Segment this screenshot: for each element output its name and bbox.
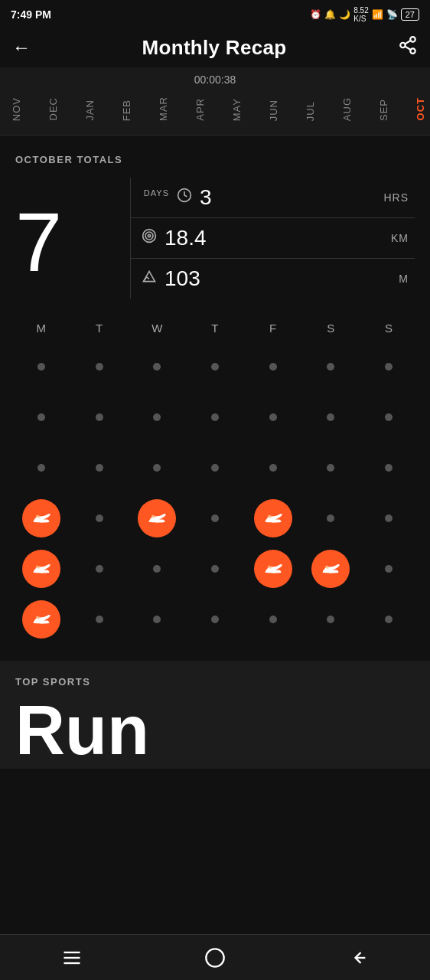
cal-cell	[192, 495, 238, 541]
cal-cell[interactable]	[250, 495, 296, 541]
status-icons: ⏰ 🔔 🌙 8.52K/S 📶 📡 27	[310, 6, 419, 23]
moon-icon: 🌙	[339, 9, 350, 20]
cal-activity-icon[interactable]	[138, 499, 176, 537]
month-item-aug[interactable]: AUG	[338, 93, 375, 126]
cal-dot	[385, 565, 393, 573]
cal-day-label-t: T	[192, 322, 238, 335]
month-item-apr[interactable]: APR	[191, 93, 228, 126]
distance-value: 18.4	[165, 226, 207, 250]
alarm-icon: ⏰	[310, 9, 321, 20]
cal-cell[interactable]	[250, 546, 296, 592]
cal-dot	[211, 464, 219, 472]
calendar-grid	[12, 344, 418, 642]
back-nav-button[interactable]	[335, 935, 381, 981]
cal-dot	[153, 616, 161, 623]
cal-week-2	[12, 445, 418, 491]
cal-cell	[250, 596, 296, 642]
cal-activity-icon[interactable]	[254, 499, 292, 537]
hours-unit: HRS	[383, 191, 409, 204]
bottom-nav	[0, 934, 430, 980]
month-item-jun[interactable]: JUN	[265, 95, 301, 126]
cal-cell	[18, 394, 64, 440]
cal-cell	[134, 596, 180, 642]
days-label: DAYS	[142, 185, 169, 198]
totals-grid: 7 DAYS 3 HRS	[15, 178, 415, 299]
stat-row-elevation: 103 M	[131, 259, 415, 299]
cal-week-5	[12, 596, 418, 642]
svg-point-13	[206, 949, 223, 966]
cal-week-3	[12, 495, 418, 541]
cal-activity-icon[interactable]	[254, 550, 292, 588]
month-item-jan[interactable]: JAN	[81, 95, 118, 126]
month-item-nov[interactable]: NOV	[8, 93, 44, 126]
cal-activity-icon[interactable]	[22, 600, 60, 639]
totals-label: OCTOBER TOTALS	[15, 154, 415, 165]
cal-week-4	[12, 546, 418, 592]
cal-cell	[77, 344, 122, 390]
month-item-mar[interactable]: MAR	[155, 92, 191, 126]
cal-cell	[308, 495, 353, 541]
clock-icon	[177, 188, 192, 207]
cal-activity-icon[interactable]	[311, 550, 350, 588]
cal-cell	[308, 394, 353, 440]
home-button[interactable]	[192, 935, 238, 981]
cal-cell	[366, 495, 412, 541]
top-sports-section: TOP SPORTS Run	[0, 661, 430, 769]
cal-dot	[269, 413, 277, 421]
calendar-section: MTWTFSS	[0, 306, 430, 658]
month-item-oct[interactable]: OCT	[412, 93, 430, 125]
target-icon	[142, 228, 157, 247]
menu-button[interactable]	[49, 935, 95, 981]
cal-day-label-w: W	[134, 322, 180, 335]
cal-cell	[18, 344, 64, 390]
month-item-may[interactable]: MAY	[228, 93, 265, 126]
cal-activity-icon[interactable]	[22, 499, 60, 537]
cal-cell[interactable]	[18, 546, 64, 592]
cal-dot	[37, 464, 45, 472]
cal-week-1	[12, 394, 418, 440]
share-button[interactable]	[398, 35, 418, 60]
signal-icon: 📡	[386, 9, 398, 20]
month-item-dec[interactable]: DEC	[44, 93, 81, 125]
elevation-value: 103	[165, 266, 200, 291]
cal-cell	[77, 394, 122, 440]
month-scroll-section: 00:00:38 NOVDECJANFEBMARAPRMAYJUNJULAUGS…	[0, 67, 430, 136]
cal-cell	[366, 344, 412, 390]
cal-cell	[77, 445, 122, 491]
cal-cell	[366, 546, 412, 592]
cal-cell	[366, 445, 412, 491]
month-scroll: NOVDECJANFEBMARAPRMAYJUNJULAUGSEPOCT	[0, 92, 430, 126]
cal-cell	[134, 546, 180, 592]
cal-cell	[250, 344, 296, 390]
cal-cell[interactable]	[18, 495, 64, 541]
bell-icon: 🔔	[324, 9, 336, 20]
month-item-jul[interactable]: JUL	[301, 96, 338, 126]
cal-cell	[77, 495, 122, 541]
cal-dot	[96, 413, 103, 421]
cal-dot	[385, 363, 393, 371]
battery-icon: 27	[401, 8, 419, 21]
stat-row-hours: DAYS 3 HRS	[131, 178, 415, 218]
cal-dot	[385, 464, 393, 472]
cal-cell[interactable]	[18, 596, 64, 642]
cal-cell	[77, 596, 122, 642]
cal-dot	[211, 363, 219, 371]
cal-dot	[96, 363, 103, 371]
cal-cell[interactable]	[134, 495, 180, 541]
cal-activity-icon[interactable]	[22, 550, 60, 588]
svg-point-7	[145, 232, 153, 240]
cal-cell[interactable]	[308, 546, 353, 592]
back-button[interactable]: ←	[12, 37, 31, 58]
cal-dot	[211, 413, 219, 421]
month-item-feb[interactable]: FEB	[118, 95, 155, 126]
calendar-header: MTWTFSS	[12, 322, 418, 335]
cal-cell	[192, 344, 238, 390]
cal-week-0	[12, 344, 418, 390]
cal-cell	[192, 546, 238, 592]
cal-cell	[134, 394, 180, 440]
cal-cell	[250, 394, 296, 440]
speed-indicator: 8.52K/S	[353, 6, 368, 23]
page-title: Monthly Recap	[142, 36, 287, 60]
month-item-sep[interactable]: SEP	[375, 94, 412, 126]
cal-cell	[250, 445, 296, 491]
